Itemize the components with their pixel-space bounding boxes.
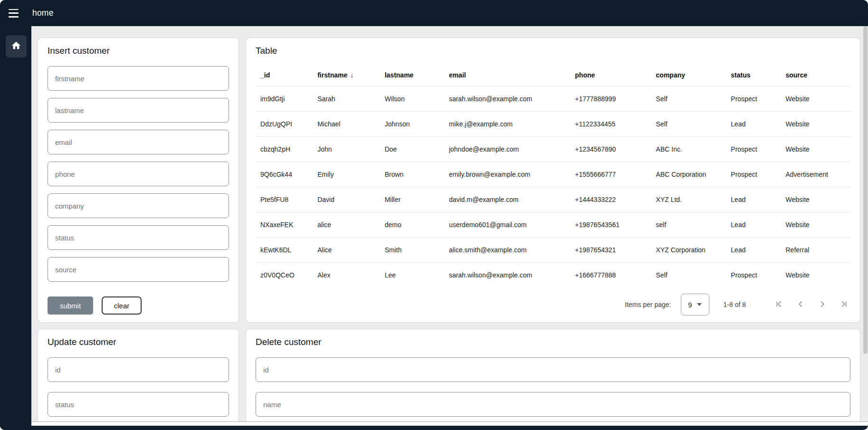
table-cell: Self: [656, 263, 731, 288]
insert-submit-button[interactable]: submit: [48, 296, 93, 315]
name-input[interactable]: [256, 392, 850, 417]
table-cell: alice: [317, 212, 384, 238]
chevron-left-icon: [795, 299, 806, 311]
insert-clear-button[interactable]: clear: [102, 296, 142, 315]
column-header-company[interactable]: company: [656, 65, 731, 86]
table-cell: david.m@example.com: [449, 187, 575, 212]
table-cell: Doe: [385, 137, 449, 162]
insert-customer-fields: [48, 66, 229, 282]
table-paginator: Items per page: 9 1-8 of 8: [256, 291, 850, 318]
range-label: 1-8 of 8: [724, 301, 746, 308]
table-row[interactable]: cbzqh2pHJohnDoejohndoe@example.com+12345…: [256, 137, 850, 162]
table-cell: +1666777888: [575, 263, 656, 288]
sidebar: [0, 26, 31, 430]
app-window: home Insert customer submit clear Table: [0, 0, 868, 430]
column-header-status[interactable]: status: [731, 65, 785, 86]
update-customer-title: Update customer: [48, 337, 229, 347]
table-cell: Website: [785, 86, 850, 112]
table-cell: Lee: [385, 263, 449, 288]
table-cell: Lead: [731, 187, 785, 212]
first-page-button[interactable]: [773, 298, 785, 311]
main-content: Insert customer submit clear Table _idfi…: [31, 26, 868, 430]
table-cell: 9Q6cGk44: [256, 162, 317, 187]
sidebar-item-home[interactable]: [6, 35, 27, 57]
table-cell: Referral: [785, 238, 850, 263]
status-input[interactable]: [48, 225, 229, 250]
id-input[interactable]: [256, 357, 850, 382]
table-cell: David: [317, 187, 384, 212]
table-cell: XYZ Ltd.: [656, 187, 731, 212]
source-input[interactable]: [48, 257, 229, 282]
table-cell: Self: [656, 86, 731, 112]
table-cell: Advertisement: [785, 162, 850, 187]
table-title: Table: [256, 46, 850, 56]
table-cell: Prospect: [731, 263, 785, 288]
table-cell: demo: [385, 212, 449, 238]
column-header-id[interactable]: _id: [256, 65, 317, 86]
insert-customer-card: Insert customer submit clear: [38, 38, 239, 323]
table-cell: +1444333222: [575, 187, 656, 212]
firstname-input[interactable]: [48, 66, 229, 91]
window-bottom-edge: [0, 426, 868, 430]
next-page-button[interactable]: [816, 298, 829, 311]
vertical-scrollbar[interactable]: [863, 26, 868, 422]
table-row[interactable]: im9dGtjiSarahWilsonsarah.wilson@example.…: [256, 86, 850, 112]
table-row[interactable]: Pte5fFU8DavidMillerdavid.m@example.com+1…: [256, 187, 850, 212]
email-input[interactable]: [48, 130, 229, 154]
table-cell: Website: [785, 137, 850, 162]
table-cell: z0V0QCeO: [256, 263, 317, 288]
status-input[interactable]: [48, 392, 229, 417]
table-cell: +1555666777: [575, 162, 656, 187]
table-cell: Alex: [317, 263, 384, 288]
id-input[interactable]: [48, 357, 229, 382]
table-cell: ABC Corporation: [656, 162, 731, 187]
table-cell: Lead: [731, 112, 785, 137]
lastname-input[interactable]: [48, 98, 229, 123]
table-row[interactable]: DdzUgQPIMichaelJohnsonmike.j@example.com…: [256, 112, 850, 137]
table-cell: Website: [785, 187, 850, 212]
table-row[interactable]: 9Q6cGk44EmilyBrownemily.brown@example.co…: [256, 162, 850, 187]
items-per-page-label: Items per page:: [625, 301, 671, 308]
previous-page-button[interactable]: [794, 298, 807, 311]
column-header-email[interactable]: email: [449, 65, 575, 86]
table-cell: sarah.wilson@example.com: [449, 263, 575, 288]
table-cell: userdemo601@gmail.com: [449, 212, 575, 238]
table-cell: John: [317, 137, 384, 162]
table-cell: XYZ Corporation: [656, 238, 731, 263]
table-cell: Miller: [385, 187, 449, 212]
customers-table: _idfirstname↓lastnameemailphonecompanyst…: [256, 65, 850, 287]
table-cell: +1122334455: [575, 112, 656, 137]
update-customer-fields: [48, 357, 229, 417]
table-cell: Self: [656, 112, 731, 137]
table-card: Table _idfirstname↓lastnameemailphonecom…: [246, 38, 860, 323]
table-cell: +19876543561: [575, 212, 656, 238]
table-cell: sarah.wilson@example.com: [449, 86, 575, 112]
phone-input[interactable]: [48, 162, 229, 186]
table-cell: cbzqh2pH: [256, 137, 317, 162]
column-header-lastname[interactable]: lastname: [385, 65, 449, 86]
table-cell: alice.smith@example.com: [449, 238, 575, 263]
column-header-source[interactable]: source: [785, 65, 850, 86]
table-cell: im9dGtji: [256, 86, 317, 112]
vertical-scrollbar-thumb[interactable]: [863, 26, 868, 354]
table-cell: ABC Inc.: [656, 137, 731, 162]
table-cell: Website: [785, 212, 850, 238]
table-cell: kEwtK6DL: [256, 238, 317, 263]
table-row[interactable]: NXaxeFEKalicedemouserdemo601@gmail.com+1…: [256, 212, 850, 238]
horizontal-scrollbar[interactable]: [31, 421, 868, 426]
top-bar: home: [0, 0, 868, 26]
table-header-row: _idfirstname↓lastnameemailphonecompanyst…: [256, 65, 850, 86]
table-row[interactable]: kEwtK6DLAliceSmithalice.smith@example.co…: [256, 238, 850, 263]
first-page-icon: [773, 299, 784, 311]
table-cell: Wilson: [385, 86, 449, 112]
table-cell: Lead: [731, 238, 785, 263]
column-header-firstname[interactable]: firstname↓: [317, 65, 384, 86]
page-size-value: 9: [688, 301, 692, 309]
column-header-phone[interactable]: phone: [575, 65, 656, 86]
company-input[interactable]: [48, 193, 229, 218]
table-row[interactable]: z0V0QCeOAlexLeesarah.wilson@example.com+…: [256, 263, 850, 288]
page-size-select[interactable]: 9: [681, 294, 709, 315]
table-cell: self: [656, 212, 731, 238]
last-page-button[interactable]: [838, 298, 850, 311]
hamburger-menu-icon[interactable]: [9, 9, 20, 18]
